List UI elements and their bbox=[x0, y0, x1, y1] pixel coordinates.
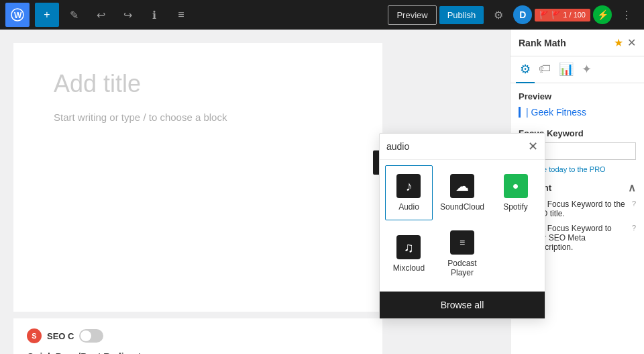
rank-math-tabs: ⚙ 🏷 📊 ✦ bbox=[511, 56, 644, 83]
block-placeholder: Start writing or type / to choose a bloc… bbox=[54, 112, 342, 123]
rank-math-star-icon[interactable]: ★ bbox=[614, 36, 623, 49]
preview-button[interactable]: Preview bbox=[388, 5, 436, 25]
block-item-audio[interactable]: ♪ Audio bbox=[385, 165, 433, 220]
settings-button[interactable]: ⚙ bbox=[486, 3, 511, 27]
block-search-close-button[interactable]: ✕ bbox=[528, 139, 538, 154]
rank-badge[interactable]: 🚩 🚩 1 / 100 bbox=[535, 9, 590, 21]
content-chevron-icon[interactable]: ∧ bbox=[628, 181, 636, 194]
svg-text:W: W bbox=[14, 11, 22, 20]
preview-site: | Geek Fitness bbox=[519, 107, 636, 118]
performance-icon[interactable]: ⚡ bbox=[593, 5, 612, 24]
soundcloud-label: SoundCloud bbox=[440, 202, 484, 212]
add-block-button[interactable]: + bbox=[35, 3, 59, 27]
redo-button[interactable]: ↪ bbox=[115, 3, 140, 27]
list-view-button[interactable]: ≡ bbox=[169, 3, 193, 27]
browse-all-button[interactable]: Browse all bbox=[380, 292, 545, 318]
mixcloud-icon: ♫ bbox=[396, 235, 421, 259]
editor-content: Add title Start writing or type / to cho… bbox=[13, 43, 382, 312]
block-item-mixcloud[interactable]: ♫ Mixcloud bbox=[385, 222, 433, 286]
toolbar: W + ✎ ↩ ↪ ℹ ≡ Preview Publish ⚙ D 🚩 🚩 1 … bbox=[0, 0, 644, 30]
audio-label: Audio bbox=[398, 202, 419, 212]
error-help-1[interactable]: ? bbox=[632, 200, 636, 208]
rank-math-title: Rank Math bbox=[519, 38, 566, 48]
soundcloud-icon: ☁ bbox=[450, 174, 474, 198]
block-search-popup: ✕ ♪ Audio ☁ SoundCloud ● Spotify ♫ Mixcl… bbox=[379, 133, 545, 319]
mixcloud-label: Mixcloud bbox=[393, 263, 425, 273]
seo-toggle[interactable] bbox=[79, 329, 103, 343]
seo-label: SEO C bbox=[47, 331, 74, 341]
error-help-2[interactable]: ? bbox=[632, 224, 636, 232]
seo-logo: S bbox=[27, 328, 42, 343]
block-item-soundcloud[interactable]: ☁ SoundCloud bbox=[434, 165, 490, 220]
account-button[interactable]: D bbox=[513, 5, 532, 24]
rank-flag-icon: 🚩 bbox=[539, 11, 549, 19]
tab-schema[interactable]: 📊 bbox=[555, 56, 578, 83]
spotify-icon: ● bbox=[504, 174, 528, 198]
more-options-button[interactable]: ⋮ bbox=[614, 3, 639, 27]
info-button[interactable]: ℹ bbox=[142, 3, 166, 27]
post-title[interactable]: Add title bbox=[54, 70, 342, 98]
wp-logo: W bbox=[5, 3, 30, 27]
tab-general[interactable]: ⚙ bbox=[516, 56, 535, 83]
spotify-label: Spotify bbox=[503, 202, 528, 212]
podcast-icon: ≡ bbox=[450, 230, 474, 255]
block-item-spotify[interactable]: ● Spotify bbox=[492, 165, 539, 220]
block-grid: ♪ Audio ☁ SoundCloud ● Spotify ♫ Mixclou… bbox=[380, 160, 545, 292]
rank-math-close-button[interactable]: ✕ bbox=[627, 36, 636, 49]
tab-advanced[interactable]: 🏷 bbox=[535, 56, 555, 83]
editor-area: Add title Start writing or type / to cho… bbox=[0, 30, 396, 354]
seo-section: S SEO C Quick Page/Post Redirect Make Re… bbox=[13, 318, 382, 354]
publish-button[interactable]: Publish bbox=[439, 6, 484, 24]
preview-label: Preview bbox=[519, 91, 636, 101]
edit-button[interactable]: ✎ bbox=[62, 3, 86, 27]
rank-score: 🚩 1 / 100 bbox=[551, 11, 586, 19]
redirect-title: Quick Page/Post Redirect bbox=[27, 351, 369, 354]
audio-icon: ♪ bbox=[396, 174, 421, 198]
block-item-podcast[interactable]: ≡ Podcast Player bbox=[434, 222, 490, 286]
podcast-label: Podcast Player bbox=[440, 259, 484, 277]
tab-social[interactable]: ✦ bbox=[578, 56, 596, 83]
undo-button[interactable]: ↩ bbox=[89, 3, 113, 27]
block-search-input[interactable] bbox=[386, 141, 524, 152]
